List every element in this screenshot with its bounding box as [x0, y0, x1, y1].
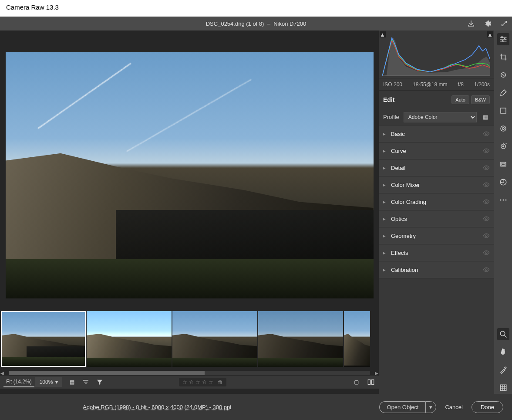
scroll-left-icon[interactable]: ◀: [0, 371, 4, 376]
exif-row: ISO 200 18-55@18 mm f/8 1/200s: [379, 78, 494, 91]
panel-label: Color Mixer: [389, 182, 483, 188]
visibility-icon[interactable]: [483, 164, 490, 171]
sort-icon[interactable]: [81, 378, 90, 386]
visibility-icon[interactable]: [483, 215, 490, 222]
profile-label: Profile: [383, 114, 399, 120]
thumbnail[interactable]: [87, 311, 172, 367]
color-sampler-icon[interactable]: [497, 364, 509, 376]
svg-line-29: [505, 143, 506, 144]
cancel-button[interactable]: Cancel: [445, 404, 462, 410]
panel-color-mixer[interactable]: ▸Color Mixer: [379, 176, 494, 193]
svg-rect-23: [501, 108, 506, 113]
thumbnail[interactable]: [344, 311, 370, 367]
svg-point-39: [505, 367, 506, 368]
main-image[interactable]: [6, 52, 374, 298]
panel-geometry[interactable]: ▸Geometry: [379, 227, 494, 244]
grid-sort-icon[interactable]: ▤: [67, 378, 76, 386]
filmstrip[interactable]: [0, 307, 379, 370]
grid-icon[interactable]: [497, 382, 509, 394]
healing-tool-icon[interactable]: [497, 69, 509, 81]
app-title: Camera Raw 13.3: [6, 3, 59, 11]
bottom-toolbar: Fit (14.2%) 100% ▾ ▤ ☆☆☆☆☆ 🗑 ▢: [0, 376, 379, 389]
compare-view-icon[interactable]: [367, 378, 375, 386]
radial-filter-icon[interactable]: [497, 122, 509, 135]
panel-curve[interactable]: ▸Curve: [379, 142, 494, 159]
chevron-down-icon[interactable]: ▾: [425, 401, 436, 413]
target-adjust-icon[interactable]: [497, 140, 509, 152]
filter-icon[interactable]: [95, 378, 104, 386]
lens-label: 18-55@18 mm: [413, 81, 448, 88]
thumbnail[interactable]: [258, 311, 343, 367]
svg-rect-0: [368, 380, 370, 385]
trash-icon[interactable]: 🗑: [218, 379, 223, 385]
profile-select[interactable]: Adobe Color: [404, 112, 477, 122]
edit-tool-icon[interactable]: [497, 33, 509, 45]
panel-basic[interactable]: ▸Basic: [379, 125, 494, 142]
thumbnail[interactable]: [1, 311, 86, 367]
left-column: ◀ ▶ Fit (14.2%) 100% ▾ ▤ ☆☆☆☆☆ 🗑 ▢: [0, 30, 379, 394]
chevron-right-icon: ▸: [383, 199, 389, 205]
panel-calibration[interactable]: ▸Calibration: [379, 261, 494, 278]
panel-optics[interactable]: ▸Optics: [379, 210, 494, 227]
hand-tool-icon[interactable]: [497, 346, 509, 358]
panel-label: Curve: [389, 148, 483, 154]
crop-tool-icon[interactable]: [497, 51, 509, 63]
chevron-right-icon: ▸: [383, 216, 389, 222]
chevron-down-icon: ▾: [55, 379, 58, 385]
gear-icon[interactable]: [483, 19, 492, 28]
edit-header: Edit Auto B&W: [379, 91, 494, 109]
fit-zoom-label[interactable]: Fit (14.2%): [3, 377, 34, 387]
profile-browser-icon[interactable]: ▦: [481, 113, 490, 122]
edit-title: Edit: [383, 96, 394, 103]
brush-tool-icon[interactable]: [497, 87, 509, 99]
panel-effects[interactable]: ▸Effects: [379, 244, 494, 261]
star-icon[interactable]: ☆: [189, 379, 194, 385]
star-icon[interactable]: ☆: [182, 379, 187, 385]
redeye-tool-icon[interactable]: [497, 158, 509, 170]
chevron-right-icon: ▸: [383, 233, 389, 239]
svg-point-24: [501, 126, 506, 131]
visibility-icon[interactable]: [483, 181, 490, 188]
canvas-wrap: [0, 30, 379, 307]
auto-button[interactable]: Auto: [451, 95, 469, 104]
svg-line-22: [502, 74, 504, 76]
svg-point-25: [502, 128, 504, 130]
visibility-icon[interactable]: [483, 232, 490, 239]
vertical-toolbar: [494, 30, 512, 394]
star-icon[interactable]: ☆: [209, 379, 213, 385]
graduated-filter-icon[interactable]: [497, 105, 509, 117]
presets-icon[interactable]: [497, 176, 509, 188]
panel-color-grading[interactable]: ▸Color Grading: [379, 193, 494, 210]
chevron-right-icon: ▸: [383, 165, 389, 171]
star-icon[interactable]: ☆: [202, 379, 207, 385]
panel-detail[interactable]: ▸Detail: [379, 159, 494, 176]
panel-label: Effects: [389, 250, 483, 256]
star-icon[interactable]: ☆: [195, 379, 200, 385]
visibility-icon[interactable]: [483, 266, 490, 273]
zoom-tool-icon[interactable]: [497, 328, 509, 340]
save-icon[interactable]: [467, 19, 475, 28]
rating-stars[interactable]: ☆☆☆☆☆ 🗑: [179, 378, 226, 386]
zoom-select[interactable]: 100% ▾: [35, 377, 63, 387]
thumbnail[interactable]: [172, 311, 257, 367]
bw-button[interactable]: B&W: [471, 95, 490, 104]
app-titlebar: Camera Raw 13.3: [0, 0, 512, 17]
workflow-link[interactable]: Adobe RGB (1998) - 8 bit - 6000 x 4000 (…: [83, 404, 231, 410]
visibility-icon[interactable]: [483, 249, 490, 256]
open-object-button[interactable]: Open Object ▾: [379, 401, 436, 413]
svg-point-9: [485, 235, 487, 237]
fullscreen-icon[interactable]: [500, 19, 509, 28]
visibility-icon[interactable]: [483, 130, 490, 137]
scroll-right-icon[interactable]: ▶: [374, 371, 379, 376]
svg-point-11: [485, 269, 487, 271]
visibility-icon[interactable]: [483, 147, 490, 154]
svg-point-7: [485, 201, 487, 203]
histogram[interactable]: ▲ ▲: [379, 30, 494, 78]
single-view-icon[interactable]: ▢: [352, 378, 360, 386]
filmstrip-scrollbar[interactable]: ◀ ▶: [0, 370, 379, 376]
panel-label: Optics: [389, 216, 483, 222]
more-icon[interactable]: [497, 194, 509, 206]
chevron-right-icon: ▸: [383, 267, 389, 273]
done-button[interactable]: Done: [472, 401, 503, 413]
visibility-icon[interactable]: [483, 198, 490, 205]
